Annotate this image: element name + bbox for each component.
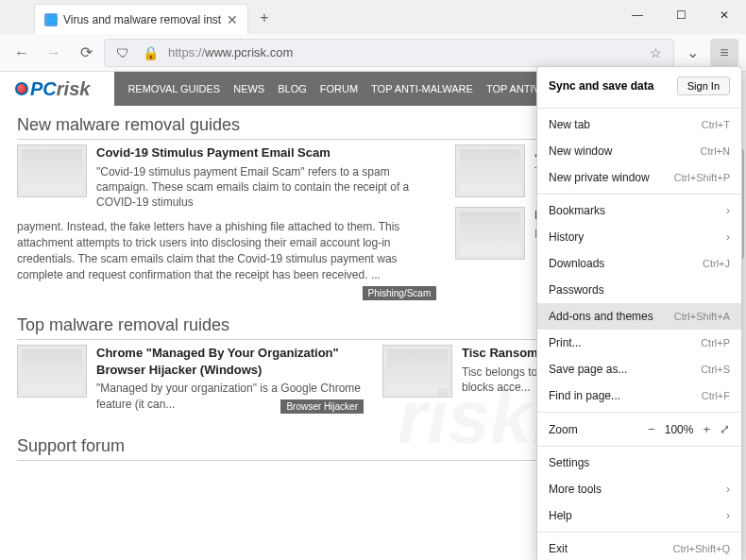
maximize-button[interactable]: ☐ [659, 0, 703, 30]
article-card[interactable]: Chrome "Managed By Your Organization" Br… [17, 345, 364, 411]
menu-new-private[interactable]: New private windowCtrl+Shift+P [537, 164, 741, 191]
article-thumbnail [17, 345, 87, 398]
bookmark-star-icon[interactable]: ☆ [646, 45, 666, 60]
menu-print[interactable]: Print...Ctrl+P [537, 330, 741, 356]
window-controls: — ☐ ✕ [616, 0, 746, 30]
browser-tab[interactable]: 🌐 Virus and malware removal inst ✕ [34, 4, 248, 34]
signin-button[interactable]: Sign In [677, 76, 730, 95]
article-thumbnail [17, 144, 87, 197]
back-button[interactable]: ← [8, 39, 36, 67]
nav-removal-guides[interactable]: REMOVAL GUIDES [127, 83, 220, 94]
menu-downloads[interactable]: DownloadsCtrl+J [537, 250, 741, 277]
close-tab-icon[interactable]: ✕ [227, 12, 238, 27]
reload-button[interactable]: ⟳ [72, 39, 100, 67]
menu-settings[interactable]: Settings [537, 450, 741, 476]
menu-passwords[interactable]: Passwords [537, 277, 741, 303]
sync-label: Sync and save data [549, 79, 653, 93]
zoom-value: 100% [665, 423, 694, 436]
menu-help[interactable]: Help› [537, 502, 741, 529]
zoom-in-button[interactable]: + [703, 422, 710, 436]
article-title: Covid-19 Stimulus Payment Email Scam [96, 144, 436, 161]
fullscreen-icon[interactable]: ⤢ [720, 422, 730, 436]
zoom-label: Zoom [549, 423, 578, 436]
shield-icon: 🛡 [112, 45, 133, 60]
menu-zoom-row: Zoom − 100% + ⤢ [537, 416, 741, 443]
url-host: www.pcrisk.com [205, 45, 293, 59]
chevron-right-icon: › [726, 204, 730, 217]
article-excerpt: "Covid-19 stimulus payment Email Scam" r… [96, 165, 409, 209]
nav-antimalware[interactable]: TOP ANTI-MALWARE [371, 83, 473, 94]
app-menu-button[interactable]: ≡ [710, 39, 738, 67]
lock-icon: 🔒 [139, 45, 162, 60]
tab-title: Virus and malware removal inst [63, 13, 221, 26]
close-window-button[interactable]: ✕ [703, 0, 746, 30]
menu-new-window[interactable]: New windowCtrl+N [537, 138, 741, 164]
menu-new-tab[interactable]: New tabCtrl+T [537, 111, 741, 138]
article-title: Chrome "Managed By Your Organization" Br… [96, 345, 364, 378]
zoom-out-button[interactable]: − [648, 422, 655, 436]
pocket-icon[interactable]: ⌄ [678, 39, 706, 67]
article-card[interactable]: Covid-19 Stimulus Payment Email Scam "Co… [17, 144, 436, 210]
article-thumbnail [455, 207, 525, 260]
forward-button[interactable]: → [40, 39, 68, 67]
menu-sync-row[interactable]: Sync and save data Sign In [537, 67, 741, 105]
article-thumbnail [382, 345, 452, 398]
new-tab-button[interactable]: + [248, 4, 280, 32]
url-scheme: https:// [168, 45, 205, 59]
menu-exit[interactable]: ExitCtrl+Shift+Q [537, 535, 741, 560]
chevron-right-icon: › [726, 509, 730, 522]
article-continued: payment. Instead, the fake letters have … [17, 219, 436, 282]
site-logo[interactable]: PCrisk [9, 78, 95, 100]
menu-bookmarks[interactable]: Bookmarks› [537, 197, 741, 224]
article-thumbnail [455, 144, 525, 197]
menu-more-tools[interactable]: More tools› [537, 476, 741, 502]
menu-addons-themes[interactable]: Add-ons and themesCtrl+Shift+A [537, 303, 741, 330]
nav-news[interactable]: NEWS [233, 83, 264, 94]
minimize-button[interactable]: — [616, 0, 659, 30]
nav-blog[interactable]: BLOG [278, 83, 307, 94]
chevron-right-icon: › [726, 230, 730, 244]
chevron-right-icon: › [726, 483, 730, 496]
menu-save-page[interactable]: Save page as...Ctrl+S [537, 356, 741, 382]
category-tag: Phishing/Scam [363, 286, 437, 300]
app-menu: Sync and save data Sign In New tabCtrl+T… [536, 66, 742, 560]
menu-find[interactable]: Find in page...Ctrl+F [537, 382, 741, 409]
tab-favicon-icon: 🌐 [44, 13, 58, 26]
menu-history[interactable]: History› [537, 224, 741, 250]
address-bar[interactable]: 🛡 🔒 https://www.pcrisk.com ☆ [104, 39, 674, 67]
window-titlebar: 🌐 Virus and malware removal inst ✕ + — ☐… [0, 0, 746, 34]
category-tag: Browser Hijacker [280, 399, 364, 414]
nav-forum[interactable]: FORUM [320, 83, 358, 94]
